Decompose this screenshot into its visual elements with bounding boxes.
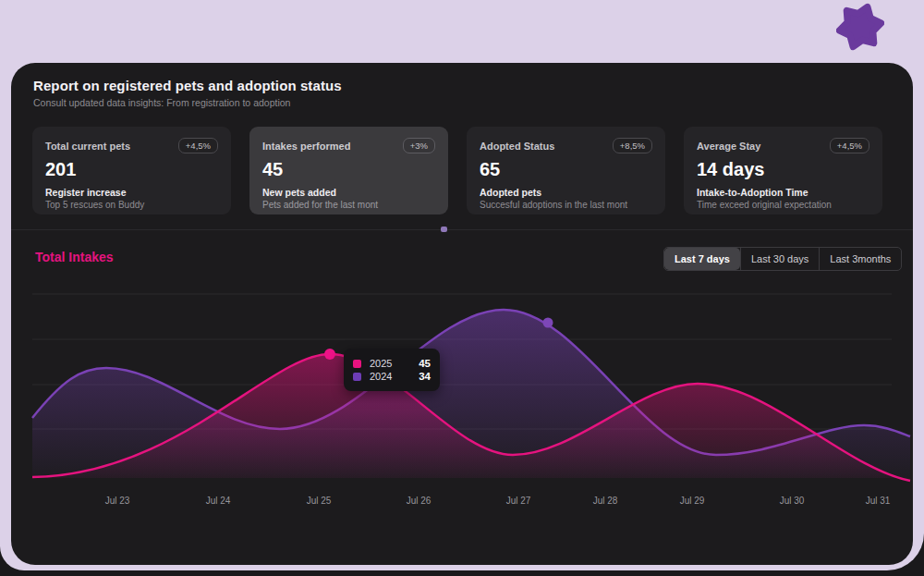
- stat-value: 45: [262, 159, 435, 180]
- stat-subtitle: Time exceed original expectation: [697, 200, 869, 210]
- x-tick: Jul 24: [190, 496, 246, 506]
- tooltip-row-2024: 2024 34: [353, 371, 431, 382]
- stat-value: 65: [480, 159, 652, 180]
- chart-tooltip: 2025 45 2024 34: [344, 349, 440, 391]
- series-2025-swatch-icon: [353, 360, 361, 368]
- stat-trend-badge: +4,5%: [178, 138, 218, 153]
- x-tick: Jul 25: [291, 496, 346, 506]
- range-button-last-30-days[interactable]: Last 30 days: [740, 248, 819, 270]
- tooltip-series-label: 2024: [370, 371, 392, 382]
- divider-drag-handle[interactable]: [441, 227, 447, 232]
- stat-card-average-stay[interactable]: Average Stay +4,5% 14 days Intake-to-Ado…: [684, 127, 882, 214]
- tooltip-series-value: 45: [419, 358, 431, 369]
- x-tick: Jul 26: [391, 496, 446, 506]
- series-2024-swatch-icon: [353, 373, 361, 381]
- highlight-point-2024[interactable]: [543, 318, 553, 328]
- stat-subtitle-bold: Intake-to-Adoption Time: [697, 187, 869, 198]
- tooltip-row-2025: 2025 45: [353, 358, 431, 369]
- stat-card-adopted-status[interactable]: Adopted Status +8,5% 65 Adopted pets Suc…: [467, 127, 665, 214]
- page-title: Report on registered pets and adoption s…: [33, 78, 342, 93]
- stat-label: Total current pets: [45, 138, 130, 152]
- chart-title: Total Intakes: [35, 250, 114, 264]
- stat-subtitle-bold: Register increase: [45, 187, 218, 198]
- flower-star-icon: [836, 3, 884, 51]
- stat-label: Average Stay: [697, 138, 760, 152]
- app-frame: Report on registered pets and adoption s…: [0, 0, 924, 570]
- page-subtitle: Consult updated data insights: From regi…: [33, 97, 342, 108]
- report-header: Report on registered pets and adoption s…: [33, 78, 342, 108]
- stat-subtitle: Top 5 rescues on Buddy: [45, 200, 218, 210]
- x-tick: Jul 31: [850, 496, 906, 506]
- time-range-switcher: Last 7 days Last 30 days Last 3months: [663, 247, 902, 271]
- tooltip-series-label: 2025: [370, 358, 392, 369]
- stat-trend-badge: +3%: [403, 138, 435, 153]
- tooltip-series-value: 34: [419, 371, 431, 382]
- stat-card-total-current-pets[interactable]: Total current pets +4,5% 201 Register in…: [32, 127, 231, 214]
- stat-subtitle: Pets added for the last mont: [262, 200, 435, 210]
- dashboard-card: Report on registered pets and adoption s…: [11, 63, 913, 565]
- x-tick: Jul 23: [90, 496, 145, 506]
- stat-card-intakes-performed[interactable]: Intakes performed +3% 45 New pets added …: [249, 127, 448, 214]
- x-tick: Jul 27: [491, 496, 546, 506]
- highlight-point-2025[interactable]: [324, 349, 335, 360]
- stat-trend-badge: +8,5%: [613, 138, 652, 153]
- range-button-last-7-days[interactable]: Last 7 days: [664, 248, 740, 270]
- stat-subtitle: Succesful adoptions in the last mont: [480, 200, 652, 210]
- range-button-last-3-months[interactable]: Last 3months: [819, 248, 901, 270]
- x-tick: Jul 28: [578, 496, 633, 506]
- stat-subtitle-bold: Adopted pets: [480, 187, 652, 198]
- stat-subtitle-bold: New pets added: [262, 187, 435, 198]
- stat-value: 201: [45, 159, 218, 180]
- x-tick: Jul 30: [764, 496, 820, 506]
- stat-label: Intakes performed: [262, 138, 350, 152]
- intakes-area-chart: Jul 23 Jul 24 Jul 25 Jul 26 Jul 27 Jul 2…: [11, 277, 913, 536]
- stat-value: 14 days: [697, 159, 869, 180]
- section-divider: [11, 229, 913, 230]
- stats-row: Total current pets +4,5% 201 Register in…: [32, 127, 882, 214]
- stat-trend-badge: +4,5%: [830, 138, 869, 153]
- stat-label: Adopted Status: [480, 138, 554, 152]
- x-tick: Jul 29: [664, 496, 720, 506]
